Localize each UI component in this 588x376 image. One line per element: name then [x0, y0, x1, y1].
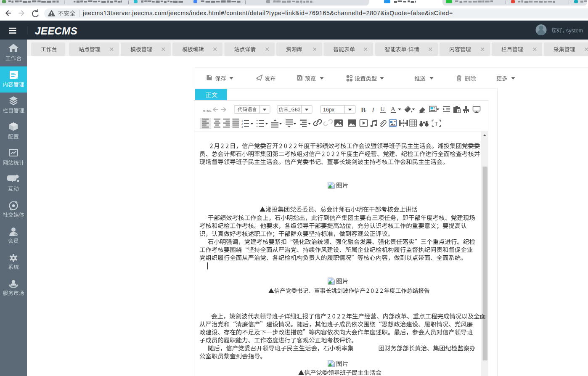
- svg-text:U: U: [380, 106, 385, 112]
- svg-text:16px: 16px: [323, 107, 335, 113]
- svg-text:B: B: [361, 106, 366, 114]
- svg-text:I: I: [371, 106, 375, 114]
- svg-text:system: system: [566, 28, 583, 34]
- svg-text:HTML: HTML: [203, 109, 212, 113]
- svg-text:A: A: [391, 106, 395, 112]
- svg-text:1: 1: [241, 119, 243, 122]
- svg-text:T: T: [458, 109, 460, 113]
- svg-text:JEECMS: JEECMS: [35, 25, 77, 37]
- svg-text:jeecms13tserver.jeecms.com/jee: jeecms13tserver.jeecms.com/jeecms/index.…: [82, 10, 453, 16]
- svg-text:2: 2: [241, 122, 243, 125]
- svg-text:3: 3: [241, 125, 243, 128]
- svg-text:T: T: [435, 121, 438, 127]
